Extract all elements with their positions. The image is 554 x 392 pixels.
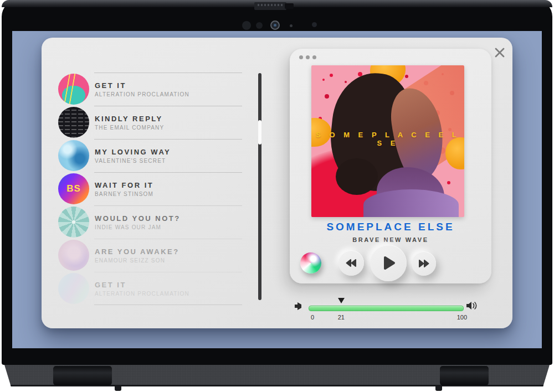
laptop-screen: GET IT ALTERATION PROCLAMATION KINDLY RE… <box>12 31 542 348</box>
music-app-window: GET IT ALTERATION PROCLAMATION KINDLY RE… <box>42 38 512 328</box>
track-row[interactable]: GET IT ALTERATION PROCLAMATION <box>58 272 242 305</box>
play-icon <box>380 255 397 271</box>
speaker-loud-icon <box>466 301 479 310</box>
volume-value-label: 21 <box>338 314 345 321</box>
window-dots <box>299 55 316 59</box>
sensor-icon <box>256 22 263 29</box>
laptop-foot <box>115 386 121 391</box>
hinge-left <box>53 366 112 385</box>
track-meta: MY LOVING WAY VALENTINE'S SECRET <box>95 148 171 164</box>
volume-track[interactable] <box>309 306 464 311</box>
close-icon <box>494 47 506 59</box>
volume-loud-button[interactable] <box>466 301 479 312</box>
track-row[interactable]: BS WAIT FOR IT BARNEY STINSOM <box>58 172 242 205</box>
ambient-light-sensor-icon <box>312 22 317 27</box>
album-art-title-text: S O M E P L A C E E L S E <box>311 131 464 147</box>
album-art-thumbnail <box>58 107 89 138</box>
album-art-thumbnail: BS <box>58 173 89 204</box>
track-title: WOULD YOU NOT? <box>95 214 181 223</box>
volume-min-label: 0 <box>311 314 314 321</box>
track-title: GET IT <box>95 281 189 289</box>
next-track-button[interactable] <box>412 251 436 276</box>
volume-marker[interactable] <box>338 298 345 303</box>
track-title: KINDLY REPLY <box>95 115 164 123</box>
volume-max-label: 100 <box>457 314 467 321</box>
laptop-foot <box>435 386 442 391</box>
play-button[interactable] <box>370 245 407 281</box>
track-meta: GET IT ALTERATION PROCLAMATION <box>95 281 189 297</box>
rewind-icon <box>345 258 357 268</box>
webcam-icon <box>270 20 280 30</box>
hinge-notch-tab <box>285 3 294 9</box>
track-artist: ALTERATION PROCLAMATION <box>95 291 189 297</box>
album-art-thumbnail <box>58 240 89 271</box>
track-meta: WAIT FOR IT BARNEY STINSOM <box>95 181 153 197</box>
track-row[interactable]: MY LOVING WAY VALENTINE'S SECRET <box>58 139 242 172</box>
track-meta: WOULD YOU NOT? INDIE WAS OUR JAM <box>95 214 181 230</box>
laptop-mockup: GET IT ALTERATION PROCLAMATION KINDLY RE… <box>0 0 554 392</box>
fast-forward-icon <box>418 259 430 269</box>
vent-grille <box>258 4 283 6</box>
track-artist: THE EMAIL COMPANY <box>95 125 164 131</box>
album-art: S O M E P L A C E E L S E <box>311 65 464 217</box>
song-title: SOMEPLACE ELSE <box>290 221 491 233</box>
window-dot <box>306 55 310 59</box>
thumbnail-badge-text: BS <box>66 183 81 194</box>
track-meta: ARE YOU AWAKE? ENAMOUR SEIZZ SON <box>95 247 179 264</box>
speaker-mute-icon <box>294 302 303 310</box>
album-art-thumbnail <box>58 74 89 105</box>
volume-mute-button[interactable] <box>294 302 303 312</box>
previous-track-button[interactable] <box>338 250 364 276</box>
album-art-thumbnail <box>58 273 89 304</box>
window-dot <box>312 55 316 59</box>
playlist: GET IT ALTERATION PROCLAMATION KINDLY RE… <box>58 73 242 305</box>
album-art-thumbnail <box>58 140 89 171</box>
track-row[interactable]: WOULD YOU NOT? INDIE WAS OUR JAM <box>58 205 242 239</box>
track-title: GET IT <box>95 81 189 90</box>
microphone-dot-icon <box>290 24 293 27</box>
album-art-thumbnail <box>58 207 89 238</box>
figure-shoulder <box>363 189 459 217</box>
paint-splatter <box>322 79 325 81</box>
close-button[interactable] <box>494 47 506 59</box>
track-meta: GET IT ALTERATION PROCLAMATION <box>95 81 189 97</box>
track-artist: VALENTINE'S SECRET <box>95 158 171 164</box>
hinge-right <box>440 366 489 385</box>
track-title: MY LOVING WAY <box>95 148 171 156</box>
figure-hair-bun <box>336 158 378 195</box>
track-meta: KINDLY REPLY THE EMAIL COMPANY <box>95 115 164 131</box>
track-title: ARE YOU AWAKE? <box>95 247 179 256</box>
track-row[interactable]: KINDLY REPLY THE EMAIL COMPANY <box>58 106 242 139</box>
window-dot <box>299 55 303 59</box>
color-wheel-button[interactable] <box>300 252 321 274</box>
playlist-scrollbar-thumb[interactable] <box>258 120 261 145</box>
track-title: WAIT FOR IT <box>95 181 153 189</box>
track-artist: ENAMOUR SEIZZ SON <box>95 257 179 264</box>
now-playing-card: S O M E P L A C E E L S E SOMEPLACE ELSE… <box>290 49 491 283</box>
track-row[interactable]: ARE YOU AWAKE? ENAMOUR SEIZZ SON <box>58 239 242 272</box>
webcam-lens <box>274 24 276 27</box>
track-artist: BARNEY STINSOM <box>95 191 153 197</box>
song-artist: BRAVE NEW WAVE <box>290 236 491 243</box>
track-artist: INDIE WAS OUR JAM <box>95 224 181 230</box>
playlist-scrollbar-track[interactable] <box>258 73 261 300</box>
ir-sensor-icon <box>242 21 251 30</box>
volume-slider: 0 21 100 <box>309 298 464 323</box>
track-artist: ALTERATION PROCLAMATION <box>95 91 189 97</box>
track-row[interactable]: GET IT ALTERATION PROCLAMATION <box>58 73 242 106</box>
hinge-notch <box>254 2 286 10</box>
